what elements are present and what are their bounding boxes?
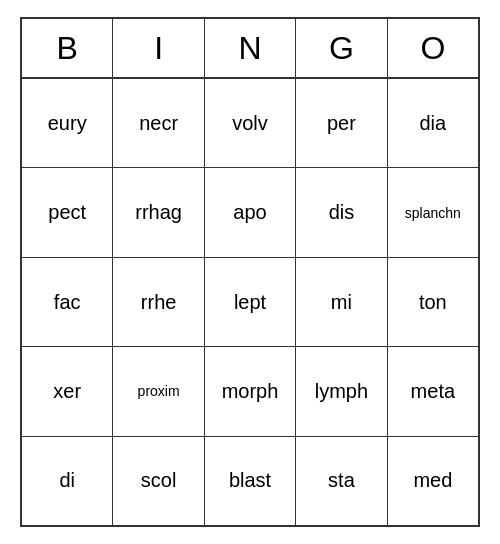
bingo-cell: rrhag	[113, 168, 204, 256]
bingo-cell: rrhe	[113, 258, 204, 346]
bingo-cell: ton	[388, 258, 478, 346]
bingo-cell: proxim	[113, 347, 204, 435]
bingo-cell: med	[388, 437, 478, 525]
header-letter: B	[22, 19, 113, 77]
bingo-cell: splanchn	[388, 168, 478, 256]
bingo-cell: dis	[296, 168, 387, 256]
bingo-card: BINGO eurynecrvolvperdiapectrrhagapodiss…	[20, 17, 480, 527]
bingo-row: pectrrhagapodissplanchn	[22, 168, 478, 257]
bingo-cell: eury	[22, 79, 113, 167]
bingo-cell: fac	[22, 258, 113, 346]
bingo-row: xerproximmorphlymphmeta	[22, 347, 478, 436]
bingo-cell: necr	[113, 79, 204, 167]
bingo-cell: dia	[388, 79, 478, 167]
bingo-body: eurynecrvolvperdiapectrrhagapodissplanch…	[22, 79, 478, 525]
bingo-cell: apo	[205, 168, 296, 256]
bingo-header: BINGO	[22, 19, 478, 79]
bingo-row: eurynecrvolvperdia	[22, 79, 478, 168]
bingo-cell: xer	[22, 347, 113, 435]
bingo-cell: volv	[205, 79, 296, 167]
bingo-cell: pect	[22, 168, 113, 256]
bingo-cell: per	[296, 79, 387, 167]
bingo-cell: di	[22, 437, 113, 525]
header-letter: I	[113, 19, 204, 77]
bingo-cell: sta	[296, 437, 387, 525]
bingo-cell: scol	[113, 437, 204, 525]
bingo-cell: lymph	[296, 347, 387, 435]
bingo-cell: lept	[205, 258, 296, 346]
header-letter: G	[296, 19, 387, 77]
bingo-cell: meta	[388, 347, 478, 435]
header-letter: N	[205, 19, 296, 77]
bingo-row: discolblaststamed	[22, 437, 478, 525]
bingo-cell: mi	[296, 258, 387, 346]
bingo-cell: blast	[205, 437, 296, 525]
header-letter: O	[388, 19, 478, 77]
bingo-cell: morph	[205, 347, 296, 435]
bingo-row: facrrheleptmiton	[22, 258, 478, 347]
